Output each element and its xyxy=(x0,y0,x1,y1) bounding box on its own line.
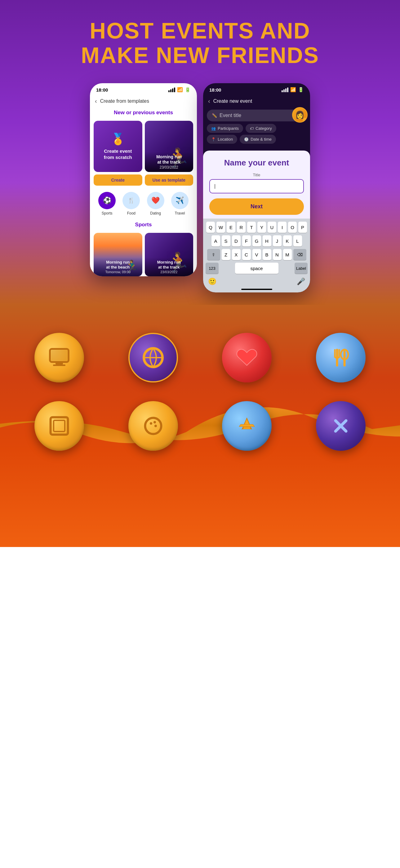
use-template-button[interactable]: Use as template xyxy=(145,175,194,186)
datetime-chip[interactable]: 🕐 Date & time xyxy=(240,135,276,144)
signal-icon xyxy=(168,88,175,92)
key-e[interactable]: E xyxy=(227,222,235,233)
key-label[interactable]: Label xyxy=(295,262,308,274)
create-button[interactable]: Create xyxy=(94,175,142,186)
key-z[interactable]: Z xyxy=(222,249,230,260)
key-p[interactable]: P xyxy=(298,222,307,233)
svg-point-13 xyxy=(154,421,156,424)
plane-svg xyxy=(234,413,259,438)
key-s[interactable]: S xyxy=(222,235,230,247)
key-y[interactable]: Y xyxy=(257,222,266,233)
sports-svg xyxy=(139,344,167,372)
mic-button[interactable]: 🎤 xyxy=(297,278,305,286)
pencil-icon: ✏️ xyxy=(212,113,217,118)
event-title-field[interactable]: ✏️ Event title xyxy=(207,110,306,121)
key-t[interactable]: T xyxy=(247,222,256,233)
key-a[interactable]: A xyxy=(211,235,220,247)
status-bar-left: 18:00 📶 🔋 xyxy=(90,83,197,95)
key-space[interactable]: space xyxy=(235,262,278,274)
check-badge: ✓ xyxy=(303,118,308,123)
event-title-placeholder: Event title xyxy=(220,113,241,118)
cat-sports[interactable]: ⚽ Sports xyxy=(98,192,116,215)
back-chevron-right[interactable]: ‹ xyxy=(208,97,210,104)
svg-rect-1 xyxy=(56,362,63,365)
key-delete[interactable]: ⌫ xyxy=(293,249,306,260)
sports-section-title: Sports xyxy=(94,219,193,230)
participants-chip[interactable]: 👥 Participants xyxy=(207,124,243,133)
key-o[interactable]: O xyxy=(288,222,297,233)
location-chip[interactable]: 📍 Location xyxy=(207,135,237,144)
keyboard-row-1: Q W E R T Y U I O P xyxy=(204,222,309,233)
keyboard-row-3: ⇧ Z X C V B N M ⌫ xyxy=(204,249,309,260)
right-phone-nav[interactable]: ‹ Create new event xyxy=(203,95,310,107)
travel-label: Travel xyxy=(174,211,185,215)
next-button[interactable]: Next xyxy=(209,198,304,215)
bottom-section xyxy=(0,305,400,547)
sports-label: Sports xyxy=(102,211,112,215)
svg-point-12 xyxy=(150,422,152,425)
event-name-panel: Name your event Title Next xyxy=(203,151,310,219)
create-scratch-icon: 🏅 xyxy=(111,132,125,146)
cat-dating[interactable]: ❤️ Dating xyxy=(147,192,164,215)
key-f[interactable]: F xyxy=(242,235,251,247)
morning-track-card[interactable]: Morning run at the track 23/03/2022 xyxy=(145,121,194,172)
category-chip[interactable]: 🏷 Category xyxy=(245,124,276,133)
key-r[interactable]: R xyxy=(237,222,245,233)
battery-icon: 🔋 xyxy=(185,87,191,93)
key-d[interactable]: D xyxy=(232,235,241,247)
dating-icon-circle: ❤️ xyxy=(147,192,164,209)
left-phone: 18:00 📶 🔋 ‹ Create from templates xyxy=(90,83,197,276)
key-c[interactable]: C xyxy=(242,249,251,260)
key-m[interactable]: M xyxy=(283,249,292,260)
key-h[interactable]: H xyxy=(263,235,271,247)
key-u[interactable]: U xyxy=(268,222,276,233)
back-nav-left[interactable]: ‹ Create from templates xyxy=(90,95,197,107)
title-input[interactable] xyxy=(209,179,304,193)
key-k[interactable]: K xyxy=(283,235,292,247)
keyboard: Q W E R T Y U I O P A S D F G H xyxy=(203,219,310,292)
create-scratch-card[interactable]: 🏅 Create event from scratch xyxy=(94,121,142,172)
key-q[interactable]: Q xyxy=(206,222,215,233)
svg-rect-3 xyxy=(51,350,67,361)
monitor-svg xyxy=(47,345,72,370)
bottom-icons-row-2 xyxy=(12,392,388,460)
beach-date: Tomorrow, 09:00 xyxy=(97,270,139,274)
key-shift[interactable]: ⇧ xyxy=(207,249,220,260)
sports-section: Sports Morning runat the beach Tomorrow,… xyxy=(90,219,197,276)
key-x[interactable]: X xyxy=(232,249,241,260)
key-n[interactable]: N xyxy=(273,249,281,260)
panel-heading: Name your event xyxy=(209,158,304,168)
key-b[interactable]: B xyxy=(263,249,271,260)
emoji-button[interactable]: 🙂 xyxy=(208,278,216,286)
battery-icon-right: 🔋 xyxy=(298,87,304,93)
key-g[interactable]: G xyxy=(253,235,261,247)
left-phone-content: ‹ Create from templates New or previous … xyxy=(90,95,197,276)
key-numbers[interactable]: 123 xyxy=(206,262,219,274)
key-w[interactable]: W xyxy=(216,222,225,233)
bottom-icon-close xyxy=(316,401,366,451)
bowling-svg xyxy=(141,413,166,438)
sports-icon-circle: ⚽ xyxy=(98,192,116,209)
card-buttons-row: Create Use as template xyxy=(90,172,197,188)
bottom-icon-plane xyxy=(222,401,272,451)
category-icon: 🏷 xyxy=(250,126,254,131)
input-label: Title xyxy=(209,173,304,177)
cat-food[interactable]: 🍴 Food xyxy=(123,192,140,215)
key-v[interactable]: V xyxy=(253,249,261,260)
beach-run-card[interactable]: Morning runat the beach Tomorrow, 09:00 xyxy=(94,233,142,276)
key-j[interactable]: J xyxy=(273,235,281,247)
home-indicator xyxy=(241,289,272,290)
phones-row: 18:00 📶 🔋 ‹ Create from templates xyxy=(12,83,388,292)
keyboard-bottom-row: 123 space Label xyxy=(204,262,309,275)
food-svg xyxy=(328,345,353,370)
back-chevron-left[interactable]: ‹ xyxy=(95,97,97,104)
track-run-card-2[interactable]: Morning runat the track 23/03/2022 xyxy=(145,233,194,276)
morning-track-overlay: Morning run at the track 23/03/2022 xyxy=(145,152,194,172)
datetime-icon: 🕐 xyxy=(244,137,249,142)
key-l[interactable]: L xyxy=(293,235,302,247)
bottom-icon-sports xyxy=(128,333,178,382)
cat-travel[interactable]: ✈️ Travel xyxy=(171,192,189,215)
key-i[interactable]: I xyxy=(278,222,287,233)
form-fields: ✏️ Event title 👥 Participants 🏷 Category xyxy=(203,107,310,148)
sports-grid: Morning runat the beach Tomorrow, 09:00 … xyxy=(94,233,193,276)
